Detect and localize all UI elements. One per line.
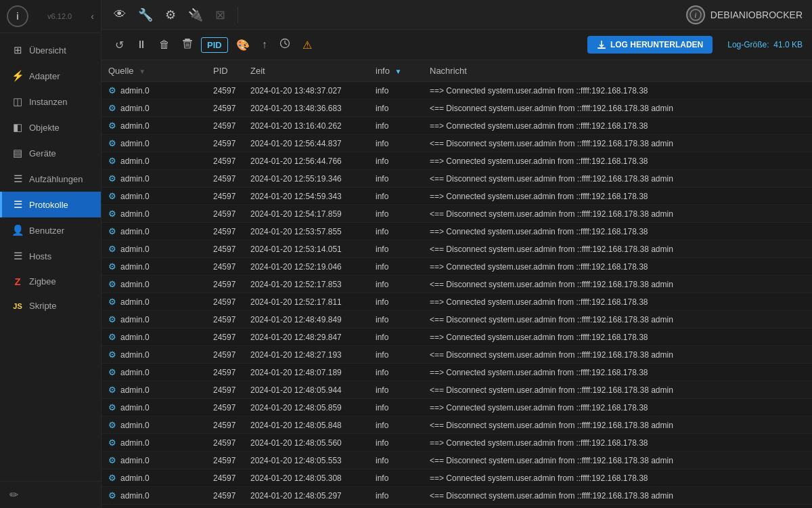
cell-pid: 24597 <box>206 399 244 417</box>
table-row[interactable]: ⚙ admin.0 24597 2024-01-20 12:54:17.859 … <box>102 205 812 223</box>
refresh-button[interactable]: ↺ <box>111 36 128 54</box>
sidebar-item-protokolle[interactable]: ☰ Protokolle <box>0 192 101 217</box>
cell-zeit: 2024-01-20 12:48:07.189 <box>244 364 369 381</box>
cell-info: info <box>369 346 423 364</box>
log-icon: ☰ <box>12 198 24 211</box>
col-header-info[interactable]: info ▼ <box>369 60 423 82</box>
table-row[interactable]: ⚙ admin.0 24597 2024-01-20 12:53:57.855 … <box>102 223 812 240</box>
cell-message: <== Disconnect system.user.admin from ::… <box>423 487 812 505</box>
cell-quelle: ⚙ admin.0 <box>102 152 206 170</box>
upload-button[interactable]: ↑ <box>258 36 271 54</box>
col-header-quelle[interactable]: Quelle ▼ <box>102 60 206 82</box>
table-row[interactable]: ⚙ admin.0 24597 2024-01-20 12:48:49.849 … <box>102 311 812 329</box>
table-row[interactable]: ⚙ admin.0 24597 2024-01-20 12:48:05.308 … <box>102 469 812 487</box>
delete-button[interactable]: 🗑 <box>155 36 174 54</box>
hosts-icon: ☰ <box>12 250 24 262</box>
cell-info: info <box>369 170 423 188</box>
table-row[interactable]: ⚙ admin.0 24597 2024-01-20 12:48:05.560 … <box>102 434 812 452</box>
table-row[interactable]: ⚙ admin.0 24597 2024-01-20 13:16:40.262 … <box>102 117 812 135</box>
table-row[interactable]: ⚙ admin.0 24597 2024-01-20 12:56:44.766 … <box>102 152 812 170</box>
cell-info: info <box>369 117 423 135</box>
cell-info: info <box>369 135 423 152</box>
cell-message: <== Disconnect system.user.admin from ::… <box>423 346 812 364</box>
table-row[interactable]: ⚙ admin.0 24597 2024-01-20 12:48:07.189 … <box>102 364 812 381</box>
source-name: admin.0 <box>120 385 150 395</box>
source-name: admin.0 <box>120 350 150 360</box>
table-row[interactable]: ⚙ admin.0 24597 2024-01-20 12:52:19.046 … <box>102 258 812 276</box>
clear-button[interactable] <box>178 35 197 54</box>
table-row[interactable]: ⚙ admin.0 24597 2024-01-20 12:48:05.275 … <box>102 505 812 509</box>
sort-icon-info: ▼ <box>395 68 402 75</box>
settings-icon[interactable]: ⚙ <box>162 5 179 25</box>
sidebar-item-geraete[interactable]: ▤ Geräte <box>0 140 101 166</box>
cell-quelle: ⚙ admin.0 <box>102 240 206 258</box>
sidebar-item-instanzen[interactable]: ◫ Instanzen <box>0 89 101 114</box>
wrench-icon[interactable]: 🔧 <box>135 5 156 25</box>
gear-icon: ⚙ <box>108 332 116 342</box>
cell-message: ==> Connected system.user.admin from ::f… <box>423 188 812 205</box>
cell-message: ==> Connected system.user.admin from ::f… <box>423 469 812 487</box>
cell-pid: 24597 <box>206 364 244 381</box>
cell-quelle: ⚙ admin.0 <box>102 223 206 240</box>
cell-zeit: 2024-01-20 12:56:44.837 <box>244 135 369 152</box>
table-row[interactable]: ⚙ admin.0 24597 2024-01-20 13:48:37.027 … <box>102 82 812 100</box>
sidebar-item-uebersicht[interactable]: ⊞ Übersicht <box>0 37 101 63</box>
power-icon[interactable]: 🔌 <box>185 5 206 25</box>
download-icon <box>597 40 606 49</box>
sidebar-item-objekte[interactable]: ◧ Objekte <box>0 114 101 140</box>
pid-filter-button[interactable]: PID <box>201 37 228 53</box>
sidebar-item-adapter[interactable]: ⚡ Adapter <box>0 63 101 89</box>
eye-icon[interactable]: 👁 <box>111 5 129 24</box>
cell-message: ==> Connected system.user.admin from ::f… <box>423 364 812 381</box>
sidebar-item-aufzaehlungen[interactable]: ☰ Aufzählungen <box>0 166 101 192</box>
edit-button[interactable]: ✏ <box>9 489 18 501</box>
table-row[interactable]: ⚙ admin.0 24597 2024-01-20 12:48:29.847 … <box>102 329 812 346</box>
cell-zeit: 2024-01-20 12:52:17.853 <box>244 276 369 293</box>
cell-zeit: 2024-01-20 13:48:36.683 <box>244 100 369 117</box>
time-button[interactable] <box>275 35 294 54</box>
sidebar-item-label: Aufzählungen <box>29 174 83 184</box>
cell-message: <== Disconnect system.user.admin from ::… <box>423 240 812 258</box>
sidebar-item-benutzer[interactable]: 👤 Benutzer <box>0 217 101 243</box>
table-row[interactable]: ⚙ admin.0 24597 2024-01-20 13:48:36.683 … <box>102 100 812 117</box>
table-row[interactable]: ⚙ admin.0 24597 2024-01-20 12:54:59.343 … <box>102 188 812 205</box>
table-row[interactable]: ⚙ admin.0 24597 2024-01-20 12:48:05.848 … <box>102 417 812 434</box>
table-row[interactable]: ⚙ admin.0 24597 2024-01-20 12:48:05.553 … <box>102 452 812 469</box>
sidebar-item-zigbee[interactable]: Z Zigbee <box>0 269 101 294</box>
table-row[interactable]: ⚙ admin.0 24597 2024-01-20 12:48:27.193 … <box>102 346 812 364</box>
table-row[interactable]: ⚙ admin.0 24597 2024-01-20 12:52:17.853 … <box>102 276 812 293</box>
sidebar-collapse-button[interactable]: ‹ <box>91 11 94 22</box>
cell-message: ==> Connected system.user.admin from ::f… <box>423 293 812 311</box>
pause-button[interactable]: ⏸ <box>132 36 151 54</box>
source-name: admin.0 <box>120 333 150 342</box>
cell-quelle: ⚙ admin.0 <box>102 346 206 364</box>
table-row[interactable]: ⚙ admin.0 24597 2024-01-20 12:53:14.051 … <box>102 240 812 258</box>
grid-view-icon[interactable]: ⊠ <box>212 5 228 25</box>
sidebar-item-skripte[interactable]: JS Skripte <box>0 294 101 318</box>
table-row[interactable]: ⚙ admin.0 24597 2024-01-20 12:52:17.811 … <box>102 293 812 311</box>
download-log-button[interactable]: LOG HERUNTERLADEN <box>587 36 713 54</box>
cell-info: info <box>369 505 423 509</box>
table-row[interactable]: ⚙ admin.0 24597 2024-01-20 12:56:44.837 … <box>102 135 812 152</box>
cell-zeit: 2024-01-20 12:54:59.343 <box>244 188 369 205</box>
log-table-wrapper[interactable]: Quelle ▼ PID Zeit info ▼ Nachricht ⚙ adm… <box>102 60 812 508</box>
cell-info: info <box>369 381 423 399</box>
cell-info: info <box>369 487 423 505</box>
log-size-value: 41.0 KB <box>773 40 803 49</box>
cell-info: info <box>369 329 423 346</box>
cell-zeit: 2024-01-20 13:48:37.027 <box>244 82 369 100</box>
table-row[interactable]: ⚙ admin.0 24597 2024-01-20 12:55:19.346 … <box>102 170 812 188</box>
cell-quelle: ⚙ admin.0 <box>102 276 206 293</box>
table-row[interactable]: ⚙ admin.0 24597 2024-01-20 12:48:05.859 … <box>102 399 812 417</box>
cell-zeit: 2024-01-20 12:48:05.848 <box>244 417 369 434</box>
palette-button[interactable]: 🎨 <box>232 36 254 54</box>
cell-message: ==> Connected system.user.admin from ::f… <box>423 152 812 170</box>
table-row[interactable]: ⚙ admin.0 24597 2024-01-20 12:48:05.944 … <box>102 381 812 399</box>
cell-quelle: ⚙ admin.0 <box>102 117 206 135</box>
gear-icon: ⚙ <box>108 226 116 236</box>
source-name: admin.0 <box>120 368 150 377</box>
sidebar-item-hosts[interactable]: ☰ Hosts <box>0 243 101 269</box>
table-row[interactable]: ⚙ admin.0 24597 2024-01-20 12:48:05.297 … <box>102 487 812 505</box>
svg-rect-10 <box>597 47 606 49</box>
warning-button[interactable]: ⚠ <box>298 36 316 54</box>
